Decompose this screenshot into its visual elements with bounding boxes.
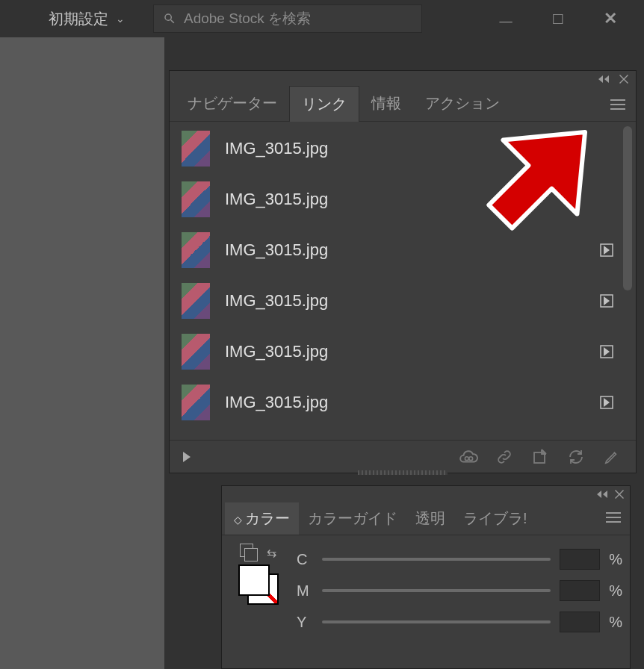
close-panel-icon[interactable] [619, 75, 628, 84]
links-footer [170, 440, 636, 473]
svg-point-4 [465, 456, 468, 460]
link-filename: IMG_3015.jpg [225, 139, 583, 158]
search-icon [163, 12, 176, 25]
link-thumbnail [182, 283, 210, 319]
panel-gripper[interactable] [358, 470, 448, 475]
stock-search[interactable]: Adobe Stock を検索 [153, 4, 422, 33]
link-row[interactable]: IMG_3015.jpg [176, 326, 621, 377]
search-placeholder: Adobe Stock を検索 [184, 9, 311, 28]
default-colors-icon[interactable] [243, 547, 256, 560]
link-status-icon [598, 140, 615, 157]
channel-label: M [297, 582, 313, 600]
link-status-icon [598, 191, 615, 208]
channel-value-input[interactable] [560, 612, 600, 632]
swatch-column: ⇆ [229, 546, 289, 659]
canvas-area [0, 37, 164, 669]
slider-track[interactable] [322, 589, 551, 592]
fill-swatch[interactable] [238, 564, 270, 596]
tab-color[interactable]: ◇カラー [225, 502, 299, 535]
collapse-icon[interactable] [597, 491, 607, 498]
workspace-label: 初期設定 [49, 9, 108, 29]
minimize-button[interactable]: _ [487, 1, 524, 24]
window-controls: _ □ ✕ [487, 7, 637, 30]
color-panel: ◇カラー カラーガイド 透明 ライブラ! ⇆ C % [221, 485, 631, 669]
link-row[interactable]: IMG_3015.jpg [176, 123, 621, 174]
link-filename: IMG_3015.jpg [225, 393, 583, 412]
link-filename: IMG_3015.jpg [225, 240, 583, 260]
scrollbar-thumb[interactable] [623, 126, 632, 290]
close-button[interactable]: ✕ [592, 7, 629, 30]
slider-y: Y % [297, 612, 622, 632]
chevron-down-icon: ⌄ [116, 13, 125, 25]
percent-label: % [609, 582, 622, 600]
embedded-icon [598, 343, 615, 360]
color-sliders: C % M % Y % [297, 546, 622, 659]
links-panel: ナビゲーター リンク 情報 アクション IMG_3015.jpg IMG_301… [169, 70, 637, 473]
link-thumbnail [182, 232, 210, 268]
hamburger-icon [606, 512, 621, 523]
channel-value-input[interactable] [560, 549, 600, 570]
tab-navigator[interactable]: ナビゲーター [176, 86, 289, 121]
edit-icon[interactable] [601, 446, 622, 467]
embedded-icon [598, 394, 615, 411]
swap-colors-icon[interactable]: ⇆ [267, 546, 276, 560]
top-bar: 初期設定 ⌄ Adobe Stock を検索 _ □ ✕ [0, 0, 644, 37]
link-filename: IMG_3015.jpg [225, 342, 583, 361]
tab-links[interactable]: リンク [289, 86, 359, 122]
expand-icon: ◇ [234, 514, 242, 526]
workspace-selector[interactable]: 初期設定 ⌄ [7, 9, 138, 29]
channel-label: Y [297, 614, 313, 631]
embedded-icon [598, 293, 615, 309]
tab-actions[interactable]: アクション [413, 86, 512, 121]
links-list: IMG_3015.jpg IMG_3015.jpg IMG_3015.jpg I… [176, 123, 621, 438]
panel-menu-button[interactable] [597, 512, 630, 526]
panel-menu-button[interactable] [600, 87, 636, 121]
slider-c: C % [297, 549, 622, 570]
link-row[interactable]: IMG_3015.jpg [176, 174, 621, 225]
link-row[interactable]: IMG_3015.jpg [176, 225, 621, 276]
svg-point-5 [469, 456, 473, 460]
link-thumbnail [182, 131, 210, 167]
channel-value-input[interactable] [560, 580, 600, 601]
link-row[interactable]: IMG_3015.jpg [176, 377, 621, 428]
tab-color-guide[interactable]: カラーガイド [299, 502, 406, 535]
cloud-link-icon[interactable] [458, 446, 479, 467]
panel-tabs: ナビゲーター リンク 情報 アクション [170, 87, 636, 122]
slider-track[interactable] [322, 620, 551, 623]
links-scrollbar[interactable] [622, 123, 633, 437]
tab-transparency[interactable]: 透明 [406, 502, 454, 535]
link-filename: IMG_3015.jpg [225, 190, 583, 209]
channel-label: C [297, 551, 313, 568]
percent-label: % [609, 551, 622, 568]
refresh-icon[interactable] [566, 446, 586, 467]
color-panel-tabs: ◇カラー カラーガイド 透明 ライブラ! [222, 502, 630, 535]
disclosure-triangle[interactable] [183, 452, 191, 462]
embedded-icon [598, 242, 615, 258]
link-thumbnail [182, 334, 210, 370]
percent-label: % [609, 614, 622, 631]
slider-m: M % [297, 580, 622, 601]
link-icon[interactable] [494, 446, 515, 467]
maximize-button[interactable]: □ [539, 7, 577, 30]
close-panel-icon[interactable] [615, 490, 624, 499]
place-icon[interactable] [530, 446, 551, 467]
panel-titlebar[interactable] [170, 71, 636, 87]
link-thumbnail [182, 385, 210, 420]
hamburger-icon [610, 99, 625, 110]
panel-titlebar[interactable] [222, 486, 630, 502]
tab-libraries[interactable]: ライブラ! [454, 502, 536, 535]
fill-stroke-swatch[interactable] [238, 564, 280, 603]
color-body: ⇆ C % M % Y % [222, 537, 630, 668]
link-filename: IMG_3015.jpg [225, 291, 583, 311]
collapse-icon[interactable] [598, 75, 609, 83]
link-row[interactable]: IMG_3015.jpg [176, 276, 621, 326]
link-thumbnail [182, 181, 210, 217]
tab-info[interactable]: 情報 [359, 86, 413, 121]
slider-track[interactable] [322, 558, 551, 561]
